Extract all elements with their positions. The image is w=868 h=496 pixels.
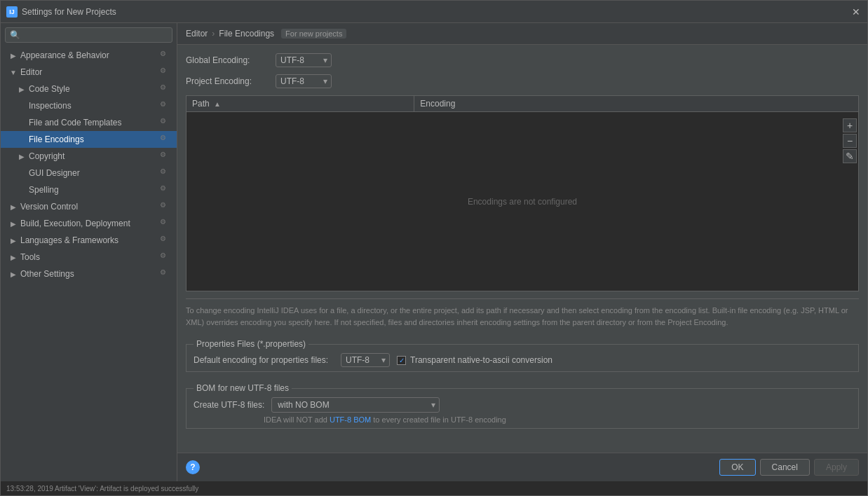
close-button[interactable]: ✕	[850, 6, 862, 18]
transparent-label: Transparent native-to-ascii conversion	[410, 355, 552, 365]
sidebar-item-file-code-templates[interactable]: ▶ File and Code Templates ⚙	[1, 114, 177, 131]
cancel-button[interactable]: Cancel	[760, 459, 810, 476]
expand-arrow-icon: ▶	[9, 270, 18, 278]
search-box[interactable]: 🔍	[5, 27, 172, 43]
title-bar: IJ Settings for New Projects ✕	[1, 1, 867, 23]
settings-icon: ⚙	[160, 268, 171, 280]
encoding-column-header[interactable]: Encoding	[414, 96, 858, 111]
properties-row: Default encoding for properties files: U…	[194, 353, 851, 367]
add-button[interactable]: +	[843, 118, 857, 132]
bom-note-after: to every created file in UTF-8 encoding	[371, 415, 506, 424]
bottom-bar: 13:53:28, 2019 Artifact 'View': Artifact…	[1, 481, 867, 495]
global-encoding-label: Global Encoding:	[186, 55, 270, 65]
sidebar-item-label: Tools	[20, 252, 160, 262]
sidebar: 🔍 ▶ Appearance & Behavior ⚙ ▼ Editor ⚙ ▶…	[1, 23, 177, 481]
sidebar-item-label: Languages & Frameworks	[20, 235, 160, 245]
expand-arrow-icon: ▶	[18, 85, 26, 93]
sidebar-item-code-style[interactable]: ▶ Code Style ⚙	[1, 81, 177, 97]
sidebar-item-label: File Encodings	[29, 135, 160, 144]
breadcrumb: Editor › File Encodings For new projects	[177, 23, 867, 45]
bom-note: IDEA will NOT add UTF-8 BOM to every cre…	[194, 415, 851, 424]
settings-icon: ⚙	[160, 100, 171, 111]
encodings-table: Path ▲ Encoding Encodings are not config…	[186, 95, 859, 291]
sidebar-item-label: Other Settings	[20, 269, 160, 279]
breadcrumb-separator: ›	[212, 29, 215, 39]
settings-icon: ⚙	[160, 252, 171, 263]
settings-icon: ⚙	[160, 50, 171, 61]
edit-button[interactable]: ✎	[843, 149, 857, 163]
settings-icon: ⚙	[160, 167, 171, 179]
bom-value: with NO BOM	[278, 400, 329, 410]
sort-arrow-icon: ▲	[214, 100, 221, 108]
sidebar-item-version-control[interactable]: ▶ Version Control ⚙	[1, 198, 177, 215]
sidebar-item-label: Appearance & Behavior	[20, 50, 160, 60]
settings-icon: ⚙	[160, 117, 171, 128]
properties-legend: Properties Files (*.properties)	[194, 339, 308, 349]
expand-arrow-icon: ▶	[9, 202, 18, 211]
footer: ? OK Cancel Apply	[177, 453, 867, 481]
settings-icon: ⚙	[160, 83, 171, 95]
sidebar-item-languages-frameworks[interactable]: ▶ Languages & Frameworks ⚙	[1, 232, 177, 249]
bom-dropdown[interactable]: with NO BOM	[271, 397, 440, 413]
global-encoding-dropdown[interactable]: UTF-8	[276, 53, 332, 67]
settings-icon: ⚙	[160, 218, 171, 229]
main-content: 🔍 ▶ Appearance & Behavior ⚙ ▼ Editor ⚙ ▶…	[1, 23, 867, 481]
breadcrumb-tag: For new projects	[281, 29, 346, 39]
sidebar-item-file-encodings[interactable]: ▶ File Encodings ⚙	[1, 131, 177, 148]
sidebar-item-label: Build, Execution, Deployment	[20, 219, 160, 228]
sidebar-item-label: Version Control	[20, 202, 160, 212]
expand-arrow-icon: ▶	[9, 253, 18, 261]
info-text: To change encoding IntelliJ IDEA uses fo…	[186, 298, 859, 328]
help-button[interactable]: ?	[186, 460, 200, 474]
apply-button[interactable]: Apply	[814, 459, 859, 476]
bom-link[interactable]: UTF-8 BOM	[330, 415, 371, 424]
bom-section: BOM for new UTF-8 files Create UTF-8 fil…	[186, 383, 859, 429]
project-encoding-label: Project Encoding:	[186, 76, 270, 86]
expand-arrow-icon: ▶	[9, 236, 18, 244]
sidebar-item-label: GUI Designer	[29, 168, 160, 178]
sidebar-item-other-settings[interactable]: ▶ Other Settings ⚙	[1, 266, 177, 282]
global-encoding-row: Global Encoding: UTF-8	[186, 53, 859, 67]
sidebar-item-copyright[interactable]: ▶ Copyright ⚙	[1, 148, 177, 165]
sidebar-item-label: Copyright	[29, 151, 160, 161]
sidebar-item-gui-designer[interactable]: ▶ GUI Designer ⚙	[1, 165, 177, 181]
bom-row: Create UTF-8 files: with NO BOM	[194, 397, 851, 413]
sidebar-item-build-execution[interactable]: ▶ Build, Execution, Deployment ⚙	[1, 215, 177, 232]
right-panel: Editor › File Encodings For new projects…	[177, 23, 867, 481]
project-encoding-row: Project Encoding: UTF-8	[186, 74, 859, 88]
settings-icon: ⚙	[160, 134, 171, 145]
search-input[interactable]	[23, 30, 168, 40]
expand-arrow-icon: ▶	[9, 219, 18, 228]
bom-legend: BOM for new UTF-8 files	[194, 383, 292, 393]
sidebar-item-appearance[interactable]: ▶ Appearance & Behavior ⚙	[1, 47, 177, 64]
empty-message: Encodings are not configured	[468, 197, 577, 207]
transparent-checkbox-row: Transparent native-to-ascii conversion	[397, 355, 552, 365]
properties-encoding-dropdown[interactable]: UTF-8	[341, 353, 390, 367]
global-encoding-value: UTF-8	[280, 55, 304, 65]
table-body: Encodings are not configured	[187, 112, 858, 291]
remove-button[interactable]: −	[843, 134, 857, 148]
settings-icon: ⚙	[160, 201, 171, 212]
settings-icon: ⚙	[160, 235, 171, 246]
app-icon: IJ	[6, 6, 18, 18]
create-utf8-label: Create UTF-8 files:	[194, 400, 264, 410]
sidebar-item-inspections[interactable]: ▶ Inspections ⚙	[1, 97, 177, 114]
sidebar-item-tools[interactable]: ▶ Tools ⚙	[1, 249, 177, 266]
path-column-header[interactable]: Path ▲	[187, 96, 414, 111]
sidebar-item-spelling[interactable]: ▶ Spelling ⚙	[1, 181, 177, 198]
sidebar-item-label: Code Style	[29, 84, 160, 94]
project-encoding-value: UTF-8	[280, 76, 304, 86]
table-header: Path ▲ Encoding	[187, 96, 858, 112]
sidebar-item-editor[interactable]: ▼ Editor ⚙	[1, 64, 177, 81]
settings-icon: ⚙	[160, 184, 171, 195]
main-window: IJ Settings for New Projects ✕ 🔍 ▶ Appea…	[0, 0, 868, 496]
table-actions: + − ✎	[841, 117, 858, 165]
expand-arrow-icon: ▼	[9, 68, 18, 76]
project-encoding-dropdown[interactable]: UTF-8	[276, 74, 332, 88]
ok-button[interactable]: OK	[719, 459, 755, 476]
transparent-checkbox[interactable]	[397, 356, 406, 365]
sidebar-item-label: Spelling	[29, 185, 160, 195]
sidebar-item-label: Editor	[20, 67, 160, 77]
bom-note-before: IDEA will NOT add	[264, 415, 330, 424]
settings-icon: ⚙	[160, 151, 171, 162]
